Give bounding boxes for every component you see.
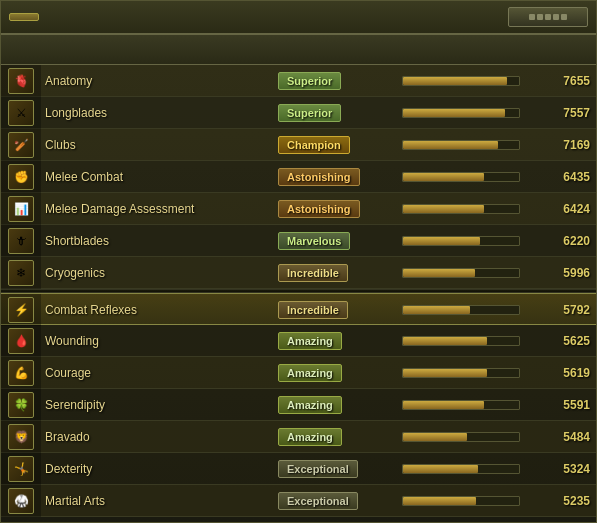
points-bar-fill (403, 173, 484, 181)
skill-points: 7557 (526, 106, 596, 120)
skill-name: Longblades (41, 106, 266, 120)
skill-points: 7655 (526, 74, 596, 88)
rank-container: Incredible (266, 301, 396, 319)
points-bar-container (396, 432, 526, 442)
skill-icon-box: 🏏 (8, 132, 34, 158)
skill-icon-box: ✊ (8, 164, 34, 190)
skill-icon-box: 🩸 (8, 328, 34, 354)
rank-container: Amazing (266, 332, 396, 350)
skill-icon: 💪 (1, 357, 41, 389)
skills-list-section1: 🫀 Anatomy Superior 7655 ⚔ Longblades Sup… (1, 65, 596, 289)
skill-points: 5324 (526, 462, 596, 476)
column-headers (1, 35, 596, 65)
table-row[interactable]: ⚡ Combat Reflexes Incredible 5792 (1, 293, 596, 325)
points-bar-container (396, 76, 526, 86)
points-bar-fill (403, 433, 467, 441)
points-bar-bg (402, 400, 520, 410)
points-bar-bg (402, 76, 520, 86)
skill-icon: 🫀 (1, 65, 41, 97)
points-bar-fill (403, 237, 480, 245)
rank-badge: Superior (278, 72, 341, 90)
skill-name: Dexterity (41, 462, 266, 476)
rank-container: Exceptional (266, 492, 396, 510)
table-row[interactable]: 🫀 Anatomy Superior 7655 (1, 65, 596, 97)
points-bar-container (396, 496, 526, 506)
skill-name: Bravado (41, 430, 266, 444)
rank-container: Exceptional (266, 460, 396, 478)
skill-name: Anatomy (41, 74, 266, 88)
points-bar-container (396, 268, 526, 278)
table-row[interactable]: ⚔ Longblades Superior 7557 (1, 97, 596, 129)
skill-name: Clubs (41, 138, 266, 152)
skill-name: Martial Arts (41, 494, 266, 508)
rank-container: Superior (266, 72, 396, 90)
skill-name: Melee Combat (41, 170, 266, 184)
skill-name: Wounding (41, 334, 266, 348)
table-row[interactable]: 🍀 Serendipity Amazing 5591 (1, 389, 596, 421)
points-bar-bg (402, 204, 520, 214)
skill-icon-box: ⚔ (8, 100, 34, 126)
skill-name: Cryogenics (41, 266, 266, 280)
table-row[interactable]: 📊 Melee Damage Assessment Astonishing 64… (1, 193, 596, 225)
sort-button[interactable] (508, 7, 588, 27)
skill-icon: 📊 (1, 193, 41, 225)
table-row[interactable]: 💪 Courage Amazing 5619 (1, 357, 596, 389)
rank-container: Amazing (266, 428, 396, 446)
skill-icon: ✊ (1, 161, 41, 193)
points-bar-container (396, 108, 526, 118)
rank-badge: Marvelous (278, 232, 350, 250)
skills-panel: 🫀 Anatomy Superior 7655 ⚔ Longblades Sup… (0, 0, 597, 523)
points-bar-fill (403, 465, 478, 473)
skills-tab[interactable] (9, 13, 39, 21)
rank-container: Marvelous (266, 232, 396, 250)
table-row[interactable]: 🦁 Bravado Amazing 5484 (1, 421, 596, 453)
skill-points: 6435 (526, 170, 596, 184)
skill-icon: 🗡 (1, 225, 41, 257)
skill-points: 5591 (526, 398, 596, 412)
rank-badge: Champion (278, 136, 350, 154)
points-bar-fill (403, 369, 487, 377)
rank-badge: Exceptional (278, 460, 358, 478)
table-row[interactable]: ✊ Melee Combat Astonishing 6435 (1, 161, 596, 193)
rank-badge: Amazing (278, 428, 342, 446)
skill-icon: 🥋 (1, 485, 41, 517)
points-bar-fill (403, 306, 470, 314)
rank-badge: Astonishing (278, 200, 360, 218)
rank-container: Astonishing (266, 200, 396, 218)
skill-name: Serendipity (41, 398, 266, 412)
skill-icon-box: 💪 (8, 360, 34, 386)
points-bar-bg (402, 336, 520, 346)
skill-icon-box: 🦁 (8, 424, 34, 450)
rank-container: Incredible (266, 264, 396, 282)
points-bar-bg (402, 496, 520, 506)
points-bar-bg (402, 305, 520, 315)
points-bar-fill (403, 109, 505, 117)
skill-points: 7169 (526, 138, 596, 152)
points-bar-fill (403, 205, 484, 213)
points-bar-bg (402, 108, 520, 118)
table-row[interactable]: 🥋 Martial Arts Exceptional 5235 (1, 485, 596, 517)
points-bar-fill (403, 141, 498, 149)
skill-icon: 🍀 (1, 389, 41, 421)
points-bar-container (396, 400, 526, 410)
rank-badge: Amazing (278, 332, 342, 350)
table-row[interactable]: 🏏 Clubs Champion 7169 (1, 129, 596, 161)
skill-points: 5792 (526, 303, 596, 317)
rank-badge: Superior (278, 104, 341, 122)
rank-badge: Exceptional (278, 492, 358, 510)
rank-badge: Incredible (278, 301, 348, 319)
skill-points: 6220 (526, 234, 596, 248)
skill-name: Shortblades (41, 234, 266, 248)
skill-icon: 🤸 (1, 453, 41, 485)
points-bar-fill (403, 77, 507, 85)
skill-icon: 🩸 (1, 325, 41, 357)
table-row[interactable]: 🗡 Shortblades Marvelous 6220 (1, 225, 596, 257)
points-bar-container (396, 204, 526, 214)
table-row[interactable]: 🤸 Dexterity Exceptional 5324 (1, 453, 596, 485)
rank-container: Champion (266, 136, 396, 154)
skill-icon-box: 🥋 (8, 488, 34, 514)
table-row[interactable]: 🩸 Wounding Amazing 5625 (1, 325, 596, 357)
points-bar-bg (402, 368, 520, 378)
skill-icon-box: ❄ (8, 260, 34, 286)
table-row[interactable]: ❄ Cryogenics Incredible 5996 (1, 257, 596, 289)
